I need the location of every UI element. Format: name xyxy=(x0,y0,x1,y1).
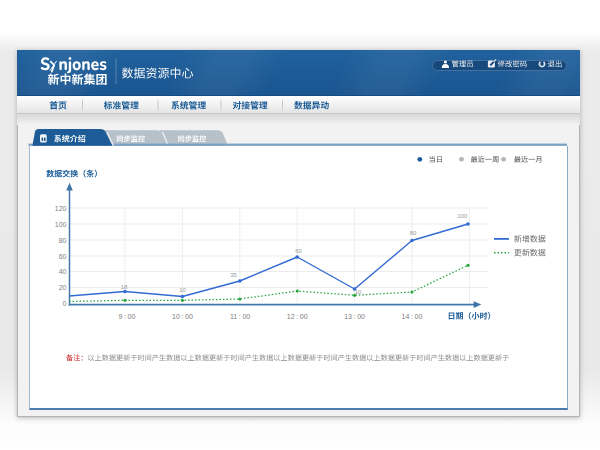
svg-text:10: 10 xyxy=(355,289,362,295)
svg-text:00: 00 xyxy=(300,313,308,320)
svg-text:00: 00 xyxy=(185,313,193,320)
svg-text:00: 00 xyxy=(357,313,365,320)
svg-text:9: 9 xyxy=(118,313,122,320)
svg-text::: : xyxy=(181,313,183,320)
svg-text:100: 100 xyxy=(55,221,67,228)
svg-text:120: 120 xyxy=(55,205,67,212)
svg-text:60: 60 xyxy=(59,253,67,260)
svg-text:80: 80 xyxy=(59,237,67,244)
svg-text:100: 100 xyxy=(457,213,468,219)
svg-text::: : xyxy=(411,313,413,320)
svg-text:0: 0 xyxy=(63,300,67,307)
svg-text:00: 00 xyxy=(415,313,423,320)
svg-text:00: 00 xyxy=(242,313,250,320)
svg-text:60: 60 xyxy=(295,248,302,254)
svg-text:14: 14 xyxy=(402,313,410,320)
svg-text:20: 20 xyxy=(59,284,67,291)
svg-text::: : xyxy=(239,313,241,320)
svg-text::: : xyxy=(354,313,356,320)
svg-text:00: 00 xyxy=(128,313,136,320)
svg-text:10: 10 xyxy=(179,287,186,293)
svg-text:18: 18 xyxy=(121,284,128,290)
svg-text:12: 12 xyxy=(287,313,295,320)
svg-text:40: 40 xyxy=(59,268,67,275)
svg-text::: : xyxy=(124,313,126,320)
svg-text:35: 35 xyxy=(230,272,237,278)
svg-text:11: 11 xyxy=(230,313,237,320)
svg-text:80: 80 xyxy=(410,230,417,236)
svg-text:10: 10 xyxy=(172,313,180,320)
svg-text::: : xyxy=(296,313,298,320)
svg-text:13: 13 xyxy=(344,313,352,320)
